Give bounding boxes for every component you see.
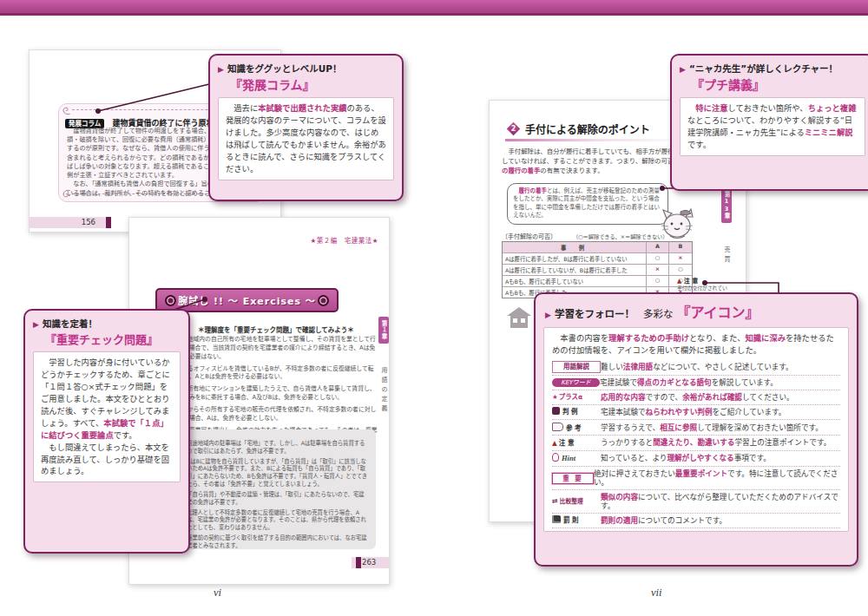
table-row: Aは履行に着手したが、Bは履行に着手していない ○ × bbox=[503, 252, 692, 264]
answer-item: 1 ○ 用途地域内の駐車場は「宅地」です。しかし、Aは駐車場を自ら賃貸するので取… bbox=[168, 440, 369, 455]
icon-description: 難しい法律用語などについて、やさしく記述しています。 bbox=[601, 363, 793, 371]
answer-item: 2 ○ AはBに建物を自ら賃貸していますが、「自ら賃貸」は「取引」に該当しないた… bbox=[168, 458, 369, 488]
callout-hatten-column: ▶知識をググッとレベルUP！ 『発展コラム』 過去に本試験で出題された実績のある… bbox=[208, 54, 404, 201]
exercises-banner-title: 腕試し !! ～ Exercises ～ bbox=[178, 293, 316, 307]
page-number-strip: 156 bbox=[30, 217, 106, 228]
folio-right: vii bbox=[651, 587, 662, 600]
top-accent-bar bbox=[0, 0, 868, 16]
warning-triangle-icon: ▲ bbox=[677, 278, 681, 285]
question-text: Aが、その所有地にマンションを建築したうえで、自ら賃借人を募集して賃貸し、その管… bbox=[160, 385, 378, 403]
icon-legend-row: 重 要 絶対に押さえておきたい最重要ポイントです。特に注意して読んでください。 bbox=[552, 467, 840, 490]
question-text: Aが、甲県からその所有する宅地の販売の代理を依頼され、不特定多数の者に対して売却… bbox=[160, 406, 378, 423]
folio-left: vi bbox=[214, 587, 221, 600]
section-underline bbox=[505, 139, 689, 141]
icon-description: 知っていると、より理解がしやすくなる事項です。 bbox=[601, 454, 771, 462]
banner-dot-icon bbox=[165, 295, 176, 306]
icon-badge: Hint bbox=[552, 453, 601, 464]
callout-body: 本書の内容を理解するための手助けとなり、また、知識に深みを持たせるための付加情報… bbox=[543, 327, 849, 532]
answer-text: 廃業前の契約に基づく取引を結了する目的の範囲内においては、なお宅建業者とみなされ… bbox=[187, 534, 369, 550]
table-cell-a: × bbox=[647, 265, 669, 275]
arrow-right-icon: ▶ bbox=[33, 320, 39, 329]
icon-legend-list: 用語解説 難しい法律用語などについて、やさしく記述しています。 KEYワード 宅… bbox=[552, 359, 840, 528]
banner-dot-icon bbox=[318, 295, 329, 306]
problem-note: ＊理解度を「重要チェック問題」で確認してみよう＊ bbox=[198, 326, 354, 334]
callout-icons-legend: ▶ 学習をフォロー！ 多彩な 『アイコン』 本書の内容を理解するための手助けとな… bbox=[534, 292, 858, 567]
icons-intro: 本書の内容を理解するための手助けとなり、また、知識に深みを持たせるための付加情報… bbox=[552, 332, 840, 357]
page-number-strip: 263 bbox=[352, 557, 389, 568]
answer-item: 4 × 代理人として不特定多数の者に反復継続して宅地の売買を行う場合、Aは、宅建… bbox=[168, 509, 369, 532]
icon-legend-row: 罰 則 罰則の適用についてのコメントです。 bbox=[552, 514, 840, 528]
table-cell-b: × bbox=[669, 253, 692, 264]
page-number-block bbox=[356, 557, 361, 568]
chapter-tab-number: 第13章 bbox=[721, 187, 732, 223]
icon-description: 学習するうえで、相互に参照して理解を深めておきたい箇所です。 bbox=[601, 423, 823, 432]
table-body: Aは履行に着手したが、Bは履行に着手していない ○ × Aは履行に着手していない… bbox=[503, 252, 692, 298]
icon-badge: 注 意 bbox=[552, 438, 601, 448]
callout-title: 『発展コラム』 bbox=[230, 75, 394, 93]
arrow-right-icon: ▶ bbox=[545, 311, 551, 319]
table-cell-case: AもBも、履行に着手していない bbox=[503, 276, 647, 286]
callout-header: 知識を定着！ bbox=[43, 318, 97, 329]
callout-header-mid: 多彩な bbox=[643, 306, 674, 320]
icon-badge: 用語解説 bbox=[552, 361, 601, 372]
icon-badge: KEYワード bbox=[552, 378, 600, 388]
page-number: 156 bbox=[82, 218, 95, 226]
icon-description: うっかりすると間違えたり、勘違いする学習上の注意ポイントです。 bbox=[601, 438, 831, 447]
icon-badge: 罰 則 bbox=[552, 515, 601, 525]
note-label: 注 意 bbox=[684, 278, 698, 285]
icon-badge: 参 考 bbox=[552, 423, 601, 433]
callout-body: 過去に本試験で出題された実績のある、発展的な内容のテーマについて、コラムを設けま… bbox=[218, 97, 394, 180]
icon-legend-row: 参 考 学習するうえで、相互に参照して理解を深めておきたい箇所です。 bbox=[552, 420, 840, 436]
icon-legend-row: Hint 知っていると、より理解がしやすくなる事項です。 bbox=[552, 451, 840, 468]
icon-legend-row: KEYワード 宅建試験で得点のカギとなる語句を解説しています。 bbox=[552, 376, 840, 390]
table-cell-b: ○ bbox=[669, 265, 692, 275]
answer-text: 用途地域内の駐車場は「宅地」です。しかし、Aは駐車場を自ら賃貸するので取引にはあ… bbox=[187, 440, 369, 455]
table-legend: （○＝解除できる、×＝解除できない） bbox=[573, 233, 667, 240]
answer-list: 1 ○ 用途地域内の駐車場は「宅地」です。しかし、Aは駐車場を自ら賃貸するので取… bbox=[168, 440, 369, 553]
answer-text: 「自ら賃貸」や不動産の建築・管理は、「取引」にあたらないので、宅建業の免許は不要… bbox=[187, 491, 369, 507]
icon-badge: 判 例 bbox=[552, 407, 601, 416]
icon-legend-row: 用語解説 難しい法律用語などについて、やさしく記述しています。 bbox=[552, 359, 840, 376]
teacher-speech-bubble: 履行の着手とは、例えば、売主が移転登記のための測量をしたとか、実際に買主が中間金… bbox=[507, 183, 668, 225]
answer-item: 3 ○ 「自ら賃貸」や不動産の建築・管理は、「取引」にあたらないので、宅建業の免… bbox=[168, 491, 369, 507]
answer-item: 5 ○ 廃業前の契約に基づく取引を結了する目的の範囲内においては、なお宅建業者と… bbox=[168, 534, 369, 550]
callout-header: “ニャカ先生”が詳しくレクチャー！ bbox=[689, 63, 838, 74]
icon-badge: 重 要 bbox=[552, 473, 594, 484]
icon-legend-row: 判 例 宅建本試験でねらわれやすい判例をご紹介しています。 bbox=[552, 405, 840, 420]
callout-body: 学習した内容が身に付いているかどうかチェックするため、章ごとに「１問１答○×式チ… bbox=[33, 351, 181, 482]
table-header-row: 事 例 A B bbox=[503, 242, 692, 252]
answer-text: AはBに建物を自ら賃貸していますが、「自ら賃貸」は「取引」に該当しないためAは免… bbox=[187, 458, 369, 488]
section-number: 2 bbox=[509, 124, 518, 134]
icon-legend-row: プラスα 応用的な内容ですので、余裕があれば確認してください。 bbox=[552, 390, 840, 405]
section-title: 手付による解除のポイント bbox=[525, 121, 650, 136]
question-text: Aが、用途地域内の自己所有の宅地を駐車場として整備し、その賃貸を業として行おうと… bbox=[160, 336, 378, 362]
page-number: 263 bbox=[362, 558, 376, 567]
callout-petit-lecture: ▶“ニャカ先生”が詳しくレクチャー！ 『プチ講義』 特に注意しておきたい箇所や、… bbox=[670, 54, 868, 191]
callout-title: 『重要チェック問題』 bbox=[45, 331, 181, 347]
callout-body: 特に注意しておきたい箇所や、ちょっと複雑なところについて、わかりやすく解説する“… bbox=[680, 97, 865, 156]
icon-legend-row: 注 意 うっかりすると間違えたり、勘違いする学習上の注意ポイントです。 bbox=[552, 436, 840, 450]
chapter-tab: 第13章 売買 bbox=[719, 187, 735, 265]
table-row: AもBも、履行に着手していない ○ ○ bbox=[503, 275, 692, 286]
icon-description: 罰則の適用についてのコメントです。 bbox=[601, 516, 727, 525]
icon-description: 応用的な内容ですので、余裕があれば確認してください。 bbox=[601, 393, 794, 402]
callout-header: 学習をフォロー！ bbox=[555, 306, 635, 320]
section-number-diamond-icon: 2 bbox=[507, 122, 521, 136]
table-cell-case: Aは履行に着手していないが、Bは履行に着手した bbox=[503, 265, 647, 275]
answer-text: 代理人として不特定多数の者に反復継続して宅地の売買を行う場合、Aは、宅建業の免許… bbox=[187, 509, 369, 532]
icon-badge: 比較整理 bbox=[552, 496, 601, 507]
arrow-right-icon: ▶ bbox=[680, 65, 686, 74]
table-header-case: 事 例 bbox=[503, 242, 647, 252]
book-spread: 発展コラム 建物賃貸借の終了に伴う原状回復 建物賃貸借が終了して物件の明渡しをす… bbox=[0, 0, 868, 616]
table-cell-case: Aは履行に着手したが、Bは履行に着手していない bbox=[503, 253, 647, 264]
icon-badge: プラスα bbox=[552, 392, 601, 402]
icon-description: 宅建試験で得点のカギとなる語句を解説しています。 bbox=[600, 378, 778, 387]
chapter-tab-title: 売買 bbox=[723, 246, 730, 265]
chapter-tab-title: 用語の定義 bbox=[380, 367, 387, 415]
page-number-block bbox=[106, 217, 111, 228]
icon-legend-row: 比較整理 類似の内容について、比べながら整理していただくためのアドバイスです。 bbox=[552, 490, 840, 514]
icon-description: 類似の内容について、比べながら整理していただくためのアドバイスです。 bbox=[601, 493, 840, 511]
table-header-b: B bbox=[669, 242, 692, 252]
tetsuke-table: 事 例 A B Aは履行に着手したが、Bは履行に着手していない ○ × Aは履行… bbox=[502, 241, 693, 298]
icon-description: 絶対に押さえておきたい最重要ポイントです。特に注意して読んでください。 bbox=[594, 469, 840, 488]
